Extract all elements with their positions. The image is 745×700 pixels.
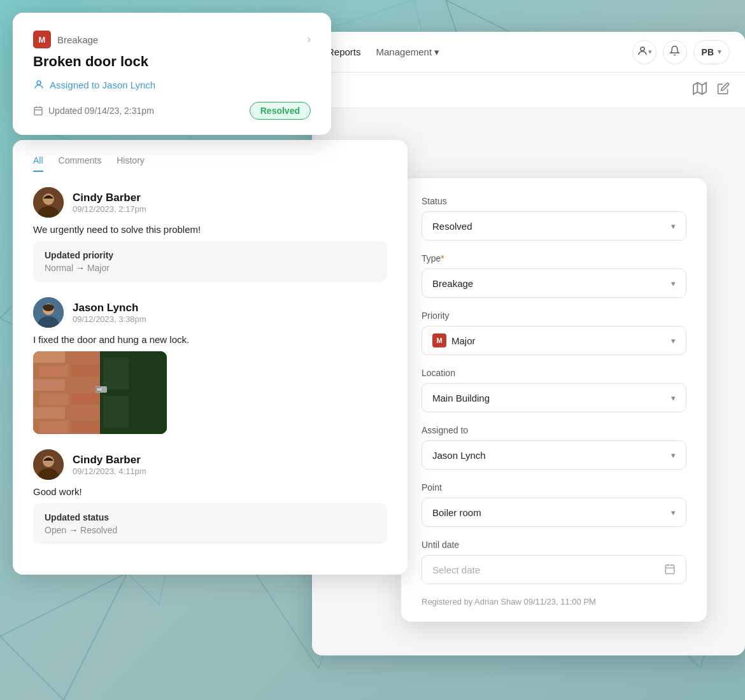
comments-panel: All Comments History Cindy Barber 09/12/… bbox=[13, 140, 408, 575]
date-input[interactable]: Select date bbox=[422, 555, 686, 584]
priority-label: Priority bbox=[422, 311, 686, 321]
svg-rect-37 bbox=[39, 421, 68, 433]
svg-rect-29 bbox=[39, 365, 68, 377]
edit-icon[interactable] bbox=[717, 82, 730, 98]
status-label: Status bbox=[422, 196, 686, 206]
comment-2: Jason Lynch 09/12/2023, 3:38pm I fixed t… bbox=[33, 297, 387, 434]
card-title: Broken door lock bbox=[33, 53, 311, 70]
tabs: All Comments History bbox=[33, 155, 387, 172]
svg-rect-31 bbox=[33, 379, 65, 391]
bell-button[interactable] bbox=[663, 40, 687, 64]
comment-1-meta: Cindy Barber 09/12/2023, 2:17pm bbox=[73, 192, 146, 214]
type-field: Type* Breakage ▾ bbox=[422, 253, 686, 298]
svg-rect-49 bbox=[665, 565, 674, 574]
assigned-chevron-icon: ▾ bbox=[671, 451, 676, 460]
chevron-right-icon[interactable]: › bbox=[308, 34, 311, 45]
nav-management-label: Management bbox=[376, 46, 432, 57]
avatar-cindy-2 bbox=[33, 449, 64, 480]
comment-3-time: 09/12/2023, 4:11pm bbox=[73, 466, 146, 476]
update-card-1: Updated priority Normal → Major bbox=[33, 241, 387, 282]
ticket-card: M Breakage › Broken door lock Assigned t… bbox=[13, 13, 331, 135]
card-footer: Updated 09/14/23, 2:31pm Resolved bbox=[33, 102, 311, 120]
assigned-field: Assigned to Jason Lynch ▾ bbox=[422, 425, 686, 470]
until-date-label: Until date bbox=[422, 540, 686, 550]
point-select[interactable]: Boiler room ▾ bbox=[422, 498, 686, 527]
tab-comments[interactable]: Comments bbox=[59, 155, 102, 172]
location-label: Location bbox=[422, 368, 686, 378]
updated-text: Updated 09/14/23, 2:31pm bbox=[33, 106, 154, 116]
tab-all[interactable]: All bbox=[33, 155, 43, 172]
location-select[interactable]: Main Building ▾ bbox=[422, 383, 686, 412]
location-value: Main Building bbox=[432, 393, 490, 403]
update-title-1: Updated priority bbox=[45, 250, 376, 260]
svg-rect-30 bbox=[71, 365, 99, 377]
svg-point-13 bbox=[37, 81, 41, 85]
point-field: Point Boiler room ▾ bbox=[422, 482, 686, 527]
assigned-text: Assigned to Jason Lynch bbox=[50, 80, 155, 90]
avatar-cindy-1 bbox=[33, 187, 64, 218]
type-badge: M bbox=[33, 31, 51, 48]
until-date-field: Until date Select date bbox=[422, 540, 686, 584]
point-label: Point bbox=[422, 482, 686, 493]
svg-rect-35 bbox=[33, 407, 65, 419]
priority-select[interactable]: M Major ▾ bbox=[422, 326, 686, 355]
card-assigned: Assigned to Jason Lynch bbox=[33, 79, 311, 90]
registered-text: Registered by Adrian Shaw 09/11/23, 11:0… bbox=[422, 597, 686, 606]
svg-point-9 bbox=[641, 47, 644, 51]
nav-management[interactable]: Management ▾ bbox=[376, 46, 440, 58]
form-panel: Status Resolved ▾ Type* Breakage ▾ Prior… bbox=[401, 178, 707, 622]
user-icon bbox=[637, 45, 648, 59]
comment-1-name: Cindy Barber bbox=[73, 192, 146, 204]
svg-rect-38 bbox=[71, 421, 99, 433]
comment-2-text: I fixed the door and hung a new lock. bbox=[33, 334, 387, 345]
comment-3-text: Good work! bbox=[33, 486, 387, 497]
comment-2-meta: Jason Lynch 09/12/2023, 3:38pm bbox=[73, 302, 146, 324]
svg-rect-28 bbox=[68, 351, 100, 363]
map-icon[interactable] bbox=[693, 81, 707, 99]
priority-value: Major bbox=[451, 335, 476, 346]
point-value: Boiler room bbox=[432, 507, 481, 518]
user-button[interactable]: ▾ bbox=[632, 40, 656, 64]
comment-2-name: Jason Lynch bbox=[73, 302, 146, 314]
calendar-icon bbox=[664, 563, 676, 577]
status-select[interactable]: Resolved ▾ bbox=[422, 211, 686, 241]
priority-chevron-icon: ▾ bbox=[671, 336, 676, 346]
comment-1-header: Cindy Barber 09/12/2023, 2:17pm bbox=[33, 187, 387, 218]
card-header: M Breakage › bbox=[33, 31, 311, 48]
type-label: Breakage bbox=[57, 34, 98, 45]
comment-3: Cindy Barber 09/12/2023, 4:11pm Good wor… bbox=[33, 449, 387, 544]
comment-2-time: 09/12/2023, 3:38pm bbox=[73, 314, 146, 324]
type-select[interactable]: Breakage ▾ bbox=[422, 269, 686, 298]
svg-rect-14 bbox=[34, 108, 42, 115]
svg-rect-40 bbox=[103, 358, 129, 389]
comment-3-meta: Cindy Barber 09/12/2023, 4:11pm bbox=[73, 454, 146, 476]
header-actions: ▾ PB ▾ bbox=[632, 40, 730, 64]
app-header: Reports Management ▾ ▾ PB ▾ bbox=[312, 32, 745, 73]
profile-initials: PB bbox=[702, 47, 714, 57]
location-chevron-icon: ▾ bbox=[671, 393, 676, 403]
tab-history[interactable]: History bbox=[117, 155, 145, 172]
bell-icon bbox=[669, 45, 680, 59]
card-type: M Breakage bbox=[33, 31, 98, 48]
nav-reports[interactable]: Reports bbox=[327, 44, 361, 60]
svg-marker-10 bbox=[693, 83, 706, 94]
assigned-select[interactable]: Jason Lynch ▾ bbox=[422, 440, 686, 470]
type-label: Type* bbox=[422, 253, 686, 263]
svg-rect-44 bbox=[97, 388, 102, 391]
door-image bbox=[33, 351, 167, 434]
updated-label: Updated 09/14/23, 2:31pm bbox=[48, 106, 154, 116]
update-detail-1: Normal → Major bbox=[45, 263, 376, 273]
required-marker: * bbox=[441, 253, 444, 263]
svg-rect-27 bbox=[33, 351, 65, 363]
profile-button[interactable]: PB ▾ bbox=[693, 40, 730, 64]
date-placeholder: Select date bbox=[432, 564, 480, 575]
priority-badge: M Major bbox=[432, 333, 476, 347]
comment-1: Cindy Barber 09/12/2023, 2:17pm We urgen… bbox=[33, 187, 387, 282]
assigned-value: Jason Lynch bbox=[432, 450, 486, 461]
svg-rect-33 bbox=[39, 393, 68, 405]
assigned-label: Assigned to bbox=[422, 425, 686, 435]
update-title-3: Updated status bbox=[45, 512, 376, 522]
status-field: Status Resolved ▾ bbox=[422, 196, 686, 241]
type-chevron-icon: ▾ bbox=[671, 279, 676, 288]
priority-field: Priority M Major ▾ bbox=[422, 311, 686, 355]
